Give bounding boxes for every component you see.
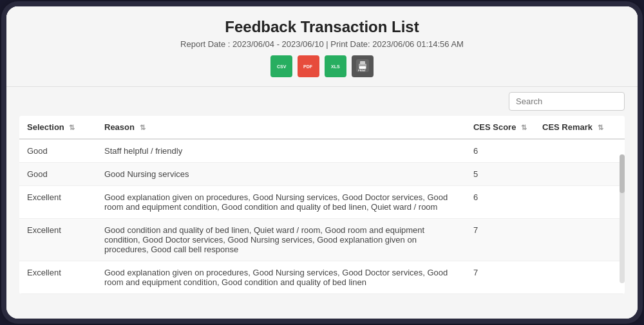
cell-reason: Staff helpful / friendly [97, 139, 466, 163]
export-icons-group: CSV PDF XL [19, 55, 625, 77]
cell-reason: Good Nursing services [97, 163, 466, 186]
col-header-reason[interactable]: Reason ⇅ [97, 116, 466, 139]
col-header-ces-remark[interactable]: CES Remark ⇅ [535, 116, 625, 139]
export-print-button[interactable]: PRINT [352, 55, 374, 77]
cell-ces_remark [535, 219, 625, 261]
print-icon: PRINT [356, 59, 369, 73]
pdf-icon: PDF [302, 59, 315, 73]
table-row: GoodStaff helpful / friendly6 [19, 139, 625, 163]
toolbar [6, 87, 638, 116]
svg-rect-8 [360, 61, 365, 64]
col-header-ces-score[interactable]: CES Score ⇅ [466, 116, 535, 139]
cell-ces_score: 5 [466, 163, 535, 186]
svg-text:PRINT: PRINT [358, 69, 366, 72]
table-row: GoodGood Nursing services5 [19, 163, 625, 186]
table-row: ExcellentGood explanation given on proce… [19, 261, 625, 294]
cell-ces_remark [535, 139, 625, 163]
cell-reason: Good condition and quality of bed linen,… [97, 219, 466, 261]
scrollbar-thumb[interactable] [620, 154, 625, 193]
table-row: ExcellentGood condition and quality of b… [19, 219, 625, 261]
cell-selection: Good [19, 139, 97, 163]
col-header-selection[interactable]: Selection ⇅ [19, 116, 97, 139]
svg-text:PDF: PDF [303, 64, 313, 69]
export-xls-button[interactable]: XLS [325, 55, 346, 77]
table-body: GoodStaff helpful / friendly6GoodGood Nu… [19, 139, 625, 294]
csv-icon: CSV [275, 59, 288, 73]
svg-text:CSV: CSV [277, 64, 287, 69]
cell-ces_score: 6 [466, 139, 535, 163]
export-pdf-button[interactable]: PDF [298, 55, 319, 77]
data-table-container: Selection ⇅ Reason ⇅ CES Score ⇅ CES R [19, 116, 625, 294]
cell-selection: Good [19, 163, 97, 186]
search-input[interactable] [509, 92, 625, 111]
table-row: ExcellentGood explanation given on proce… [19, 186, 625, 219]
scrollbar-track[interactable] [620, 154, 625, 283]
report-date: Report Date : 2023/06/04 - 2023/06/10 | … [19, 39, 625, 49]
page-content: Feedback Transaction List Report Date : … [6, 6, 638, 319]
cell-selection: Excellent [19, 261, 97, 294]
cell-ces_remark [535, 163, 625, 186]
cell-selection: Excellent [19, 219, 97, 261]
cell-selection: Excellent [19, 186, 97, 219]
header-section: Feedback Transaction List Report Date : … [6, 6, 638, 87]
sort-icon-selection: ⇅ [69, 124, 75, 132]
sort-icon-ces-score: ⇅ [521, 124, 527, 132]
cell-reason: Good explanation given on procedures, Go… [97, 261, 466, 294]
feedback-table: Selection ⇅ Reason ⇅ CES Score ⇅ CES R [19, 116, 625, 294]
cell-ces_remark [535, 186, 625, 219]
cell-ces_remark [535, 261, 625, 294]
xls-icon: XLS [329, 59, 342, 73]
svg-text:XLS: XLS [331, 64, 340, 69]
device-frame: Feedback Transaction List Report Date : … [6, 6, 638, 319]
export-csv-button[interactable]: CSV [270, 55, 292, 77]
cell-ces_score: 7 [466, 219, 535, 261]
sort-icon-reason: ⇅ [140, 124, 146, 132]
cell-ces_score: 7 [466, 261, 535, 294]
table-header-row: Selection ⇅ Reason ⇅ CES Score ⇅ CES R [19, 116, 625, 139]
cell-reason: Good explanation given on procedures, Go… [97, 186, 466, 219]
page-title: Feedback Transaction List [19, 18, 625, 36]
cell-ces_score: 6 [466, 186, 535, 219]
sort-icon-ces-remark: ⇅ [598, 124, 603, 132]
